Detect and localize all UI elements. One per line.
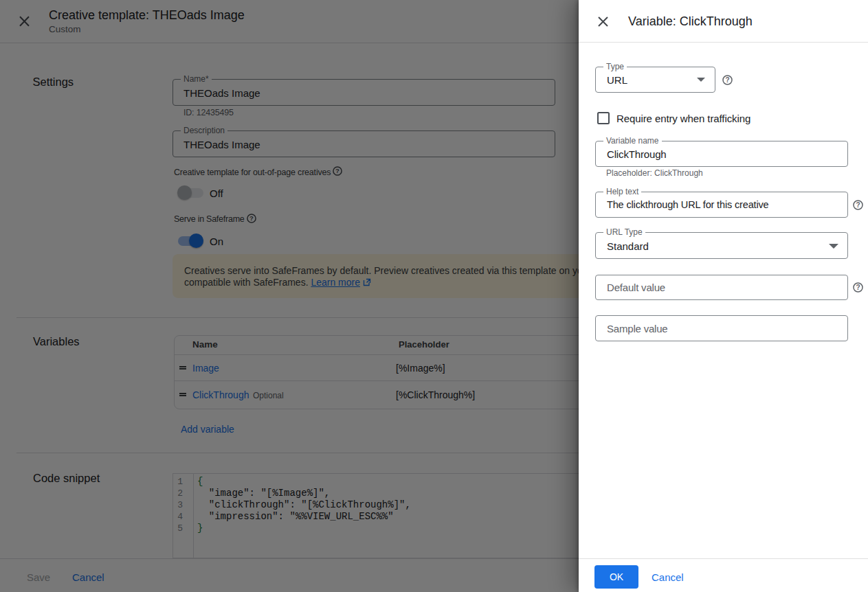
svg-text:?: ? [856,201,860,209]
svg-text:?: ? [725,76,729,84]
svg-text:?: ? [856,284,860,291]
